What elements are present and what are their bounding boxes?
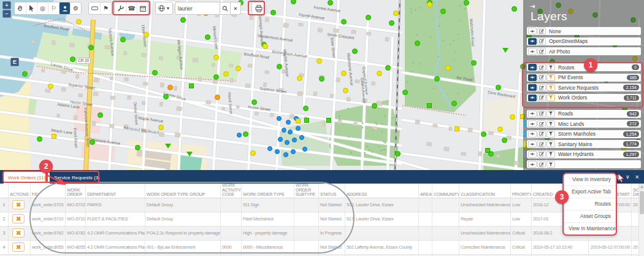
green-sq-marker[interactable] [189,83,194,88]
yellow-marker[interactable] [76,19,82,25]
layer-visibility-icon[interactable] [528,141,537,147]
menu-item-asset-groups[interactable]: Asset Groups [564,211,616,223]
orange-marker[interactable] [167,85,173,90]
layer-row-roads[interactable]: Roads942 [527,110,641,118]
menu-item-view-in-maintenance[interactable]: View In Maintenance [564,223,616,235]
yellow-marker[interactable] [144,32,149,37]
wrench-tool-button[interactable] [115,2,126,14]
layer-visibility-icon[interactable] [528,161,537,168]
table-row[interactable]: 1✖work_order.5703WO-5703PARKSDefault Gro… [0,198,644,212]
layer-row-air-photo[interactable]: Air Photo [527,47,641,55]
layer-visibility-icon[interactable] [528,28,537,34]
identify-tool-button[interactable]: ◎ [37,2,48,14]
green-sq-marker[interactable] [304,118,309,123]
layer-filter-icon[interactable] [546,131,555,138]
yellow-marker[interactable] [427,2,432,7]
globe-dropdown-button[interactable]: ▼ [156,2,172,14]
column-header-work-order-type-group[interactable]: WORK ORDER TYPE GROUP [145,184,221,198]
layer-row-water-hydrants[interactable]: Water Hydrants1,297 [527,150,641,158]
layer-visibility-icon[interactable] [528,120,537,127]
green-marker[interactable] [512,6,517,12]
layer-edit-icon[interactable] [537,48,546,55]
green-marker[interactable] [213,74,219,80]
layer-row-none[interactable]: None [527,27,641,35]
yellow-marker[interactable] [297,76,302,81]
layer-edit-icon[interactable] [537,28,546,34]
green-marker[interactable] [251,99,257,105]
orange-marker[interactable] [215,95,220,100]
yellow-marker[interactable] [341,71,347,76]
column-header-fid[interactable]: FID [31,184,66,198]
green-marker[interactable] [395,151,401,157]
layer-row-work-orders[interactable]: Work Orders3,711 [527,94,641,102]
green-marker[interactable] [90,139,95,145]
yellow-marker[interactable] [213,55,219,60]
layer-filter-icon[interactable] [546,74,555,81]
layer-edit-icon[interactable] [537,95,546,101]
settings-button[interactable]: ⚙ [70,2,81,14]
blue-marker[interactable] [291,149,296,154]
yellow-marker[interactable] [236,66,241,71]
green-marker[interactable] [270,10,276,15]
layer-edit-icon[interactable] [537,131,546,138]
green-sq-marker[interactable] [427,103,432,108]
green-marker[interactable] [319,76,324,82]
green-marker[interactable] [70,56,75,62]
yellow-sq-marker[interactable] [52,134,56,139]
yellow-sq-marker[interactable] [454,126,459,131]
green-tri-marker[interactable] [186,152,193,157]
blue-marker[interactable] [285,140,289,145]
yellow-marker[interactable] [48,83,53,89]
layer-filter-icon[interactable] [546,151,555,158]
layer-visibility-icon[interactable] [528,38,537,45]
blue-marker[interactable] [277,116,282,121]
green-marker[interactable] [451,101,457,106]
remove-row-button[interactable]: ✖ [12,200,25,209]
layer-filter-icon[interactable] [546,84,555,91]
green-marker[interactable] [481,131,486,137]
blue-marker[interactable] [283,152,288,157]
layer-visibility-icon[interactable] [528,111,537,117]
layer-row-misc-lands[interactable]: Misc Lands272 [527,120,641,128]
yellow-marker[interactable] [377,71,382,76]
green-marker[interactable] [385,65,391,71]
green-marker[interactable] [98,112,103,118]
yellow-marker[interactable] [497,126,503,132]
green-marker[interactable] [352,48,358,54]
layer-row-storm-manholes[interactable]: Storm Manholes1,254 [527,130,641,138]
green-marker[interactable] [502,138,507,143]
green-marker[interactable] [389,20,394,26]
collapse-panel-chevron-icon[interactable]: ∨ [626,173,630,181]
tab-work-orders-11-[interactable]: Work Orders (11) [4,172,50,184]
table-row[interactable]: 2✖work_order.5710WO-5710FLEET & FACILITI… [0,212,644,227]
green-marker[interactable] [88,45,94,50]
layer-filter-icon[interactable] [546,95,555,101]
remove-row-button[interactable]: ✖ [12,228,25,238]
user-tool-button[interactable] [59,2,70,14]
layer-visibility-icon[interactable] [528,95,537,101]
table-row[interactable]: 4✖work_order.8055WO-80554.2 OMR Communic… [0,241,644,255]
green-marker[interactable] [277,64,282,69]
layer-edit-icon[interactable] [537,120,546,127]
layer-filter-icon[interactable] [546,161,555,168]
yellow-marker[interactable] [316,58,322,64]
pan-tool-button[interactable] [15,2,26,14]
blue-marker[interactable] [267,146,272,151]
blue-marker[interactable] [302,147,307,152]
layer-edit-icon[interactable] [537,161,546,168]
column-header[interactable] [0,184,9,198]
green-marker[interactable] [37,136,42,142]
layer-visibility-icon[interactable] [528,151,537,158]
green-marker[interactable] [496,85,501,90]
layer-filter-icon[interactable] [546,141,555,147]
yellow-marker[interactable] [445,65,451,71]
select-tool-button[interactable] [26,2,37,14]
layer-visibility-icon[interactable] [528,74,537,81]
blue-marker[interactable] [288,130,293,134]
green-marker[interactable] [328,0,333,6]
layer-edit-icon[interactable] [537,64,546,71]
layer-visibility-icon[interactable] [528,48,537,55]
layer-filter-icon[interactable] [546,64,555,71]
layer-edit-icon[interactable] [537,38,546,45]
yellow-marker[interactable] [263,44,268,49]
